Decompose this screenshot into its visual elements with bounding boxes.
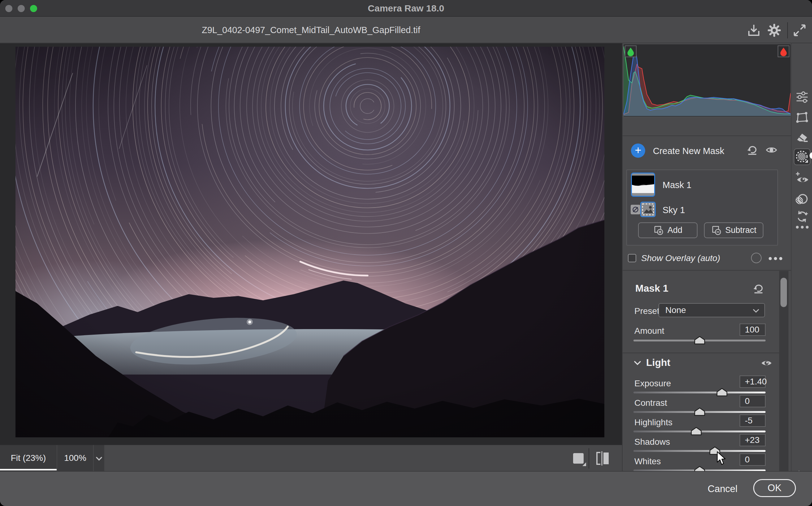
sky-1-thumbnail[interactable]: [640, 202, 656, 217]
light-visibility-eye-icon[interactable]: [761, 359, 772, 367]
fullscreen-icon[interactable]: [792, 23, 807, 38]
shadow-clipping-indicator[interactable]: [625, 46, 637, 57]
filename-label: Z9L_0402-0497_Comet_MidTail_AutoWB_GapFi…: [0, 17, 622, 43]
add-mask-icon[interactable]: +: [631, 144, 645, 158]
overlay-options-icon[interactable]: [769, 257, 772, 260]
overlay-color-swatch[interactable]: [751, 253, 761, 263]
slider-row-shadows: Shadows+23: [622, 436, 779, 456]
histogram[interactable]: [623, 44, 791, 117]
mask-list-panel: Mask 1 Sky 1 Add Subtract: [626, 169, 778, 246]
slider-track[interactable]: [634, 450, 765, 452]
file-toolbar: Z9L_0402-0497_Comet_MidTail_AutoWB_GapFi…: [0, 17, 812, 43]
crop-icon[interactable]: [795, 111, 809, 124]
presets-enhance-icon[interactable]: [795, 210, 809, 223]
save-download-icon[interactable]: [746, 23, 761, 38]
slider-row-whites: Whites0: [622, 456, 779, 471]
zoom-100-tab[interactable]: 100%: [57, 445, 93, 472]
slider-track[interactable]: [634, 392, 765, 394]
section-divider: [622, 353, 779, 353]
slider-thumb[interactable]: [716, 388, 728, 397]
add-button[interactable]: Add: [638, 223, 697, 238]
mask-settings-title: Mask 1: [635, 283, 668, 294]
show-overlay-row: Show Overlay (auto): [622, 246, 792, 271]
tool-rail: [791, 43, 812, 471]
settings-gear-icon[interactable]: [767, 23, 782, 38]
create-new-mask-row[interactable]: + Create New Mask: [622, 136, 792, 166]
light-section-title[interactable]: Light: [646, 357, 670, 368]
slider-track[interactable]: [634, 411, 765, 413]
overlay-options-icon-dot[interactable]: [774, 257, 777, 260]
before-after-view-icon[interactable]: [595, 451, 610, 466]
light-section-chevron-icon[interactable]: [634, 361, 641, 365]
star-trails-photo: [15, 47, 604, 437]
preset-value: None: [665, 305, 686, 315]
subtract-button-label: Subtract: [725, 226, 757, 235]
zoom-100-label: 100%: [64, 453, 86, 463]
subtract-button[interactable]: Subtract: [704, 223, 763, 238]
slider-value-box[interactable]: +23: [740, 434, 765, 446]
slider-row-contrast: Contrast0: [622, 398, 779, 417]
more-tools-icon[interactable]: [796, 226, 809, 229]
slider-track[interactable]: [634, 430, 765, 432]
settings-scrollbar-thumb[interactable]: [781, 278, 787, 307]
preview-mode-icon[interactable]: [572, 452, 587, 467]
heal-eraser-icon[interactable]: [795, 131, 809, 145]
toolbar-divider: [787, 22, 788, 38]
chevron-down-icon: [753, 309, 759, 313]
slider-label: Exposure: [635, 378, 671, 389]
show-overlay-checkbox[interactable]: [628, 254, 636, 262]
reset-mask-settings-icon[interactable]: [753, 284, 764, 294]
mouse-cursor: [716, 451, 727, 466]
amount-slider-track[interactable]: [634, 340, 765, 341]
sky-visibility-icon[interactable]: [631, 205, 640, 214]
red-eye-icon[interactable]: [795, 171, 809, 185]
masking-tool-active-background[interactable]: [794, 149, 810, 165]
sky-1-label[interactable]: Sky 1: [663, 205, 685, 215]
status-bar: Fit (23%) 100%: [0, 444, 622, 471]
slider-label: Whites: [635, 456, 661, 467]
statusbar-divider: [589, 448, 589, 469]
slider-value-box[interactable]: 0: [740, 395, 765, 407]
slider-value-box[interactable]: 0: [740, 453, 765, 466]
ok-button[interactable]: OK: [753, 479, 796, 497]
slider-label: Contrast: [635, 398, 667, 408]
preset-dropdown[interactable]: None: [659, 303, 765, 317]
show-overlay-label: Show Overlay (auto): [641, 246, 720, 271]
slider-thumb[interactable]: [694, 466, 705, 471]
fit-zoom-label: Fit (23%): [11, 453, 46, 463]
slider-value-box[interactable]: +1.40: [740, 375, 765, 388]
slider-row-highlights: Highlights-5: [622, 417, 779, 436]
masks-visibility-eye-icon[interactable]: [765, 146, 777, 154]
masking-icon[interactable]: [794, 149, 810, 165]
reset-masks-icon[interactable]: [746, 145, 758, 156]
zoom-dropdown-chevron[interactable]: [94, 445, 104, 472]
title-bar[interactable]: Camera Raw 18.0: [0, 0, 812, 17]
settings-scrollbar[interactable]: [779, 271, 789, 471]
slider-thumb[interactable]: [691, 427, 702, 435]
overlay-options-icon-dot[interactable]: [779, 257, 782, 260]
create-new-mask-label: Create New Mask: [653, 136, 724, 166]
histogram-info-strip: [622, 117, 792, 136]
amount-label: Amount: [635, 326, 664, 336]
slider-thumb[interactable]: [694, 407, 705, 416]
amount-value-box[interactable]: 100: [740, 324, 765, 336]
window-title: Camera Raw 18.0: [0, 0, 812, 17]
photo-preview[interactable]: [15, 47, 604, 437]
mask-1-label[interactable]: Mask 1: [663, 180, 691, 190]
retouch-patch-icon[interactable]: [795, 193, 809, 206]
camera-raw-window: Camera Raw 18.0 Z9L_0402-0497_Comet_MidT…: [0, 0, 812, 506]
active-tab-underline: [0, 469, 57, 471]
edit-panel: + Create New Mask Mask 1: [622, 43, 791, 471]
highlight-clipping-indicator[interactable]: [778, 46, 790, 57]
slider-value-box[interactable]: -5: [740, 414, 765, 427]
amount-slider-thumb[interactable]: [694, 336, 705, 345]
add-button-label: Add: [667, 226, 682, 235]
mask-1-thumbnail[interactable]: [631, 173, 655, 197]
preset-label: Preset: [635, 306, 659, 316]
fit-zoom-tab[interactable]: Fit (23%): [0, 445, 57, 472]
dialog-footer: Cancel OK: [0, 471, 812, 506]
cancel-button[interactable]: Cancel: [703, 480, 743, 498]
edit-sliders-icon[interactable]: [795, 90, 809, 104]
slider-label: Shadows: [635, 437, 670, 447]
mask-settings-panel: Mask 1 Preset None Amount 100 Light Expo…: [622, 271, 792, 471]
